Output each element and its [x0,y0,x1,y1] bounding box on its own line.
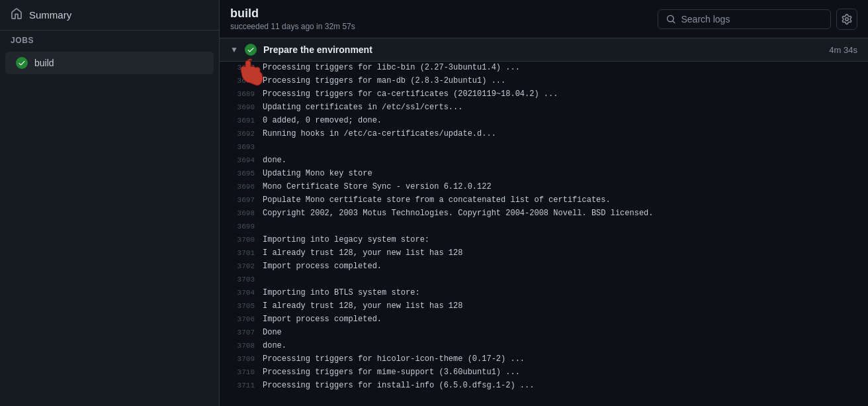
line-number: 3696 [225,181,255,193]
line-number: 3690 [225,102,255,114]
line-text: Processing triggers for man-db (2.8.3-2u… [263,75,863,87]
build-job-label: build [34,58,54,68]
log-line: 3687Processing triggers for libc-bin (2.… [220,62,868,75]
line-number: 3706 [225,314,255,326]
log-line: 3708done. [220,340,868,353]
sidebar-item-build[interactable]: build [5,52,214,74]
search-box[interactable] [658,9,831,29]
build-status-icon [16,57,28,69]
log-line: 3695Updating Mono key store [220,168,868,181]
line-number: 3695 [225,168,255,180]
log-line: 3697Populate Mono certificate store from… [220,194,868,207]
summary-label: Summary [29,9,71,21]
log-line: 3710Processing triggers for mime-support… [220,366,868,380]
line-number: 3688 [225,76,255,87]
log-line: 3704Importing into BTLS system store: [220,287,868,300]
line-text: Updating certificates in /etc/ssl/certs.… [263,101,863,114]
line-number: 3698 [225,208,255,220]
chevron-down-icon: ▼ [230,45,238,54]
home-icon [11,8,22,22]
line-text: Updating Mono key store [263,168,863,180]
page-title: build [230,7,355,21]
line-text: Import process completed. [263,313,863,326]
log-line: 3688Processing triggers for man-db (2.8.… [220,75,868,88]
line-number: 3701 [225,248,255,260]
line-text: done. [263,340,863,352]
log-line: 3699 [220,221,868,234]
line-text: Done [263,327,863,339]
log-line: 3706Import process completed. [220,313,868,327]
step-header-left: ▼ Prepare the environment [230,44,372,56]
line-text: Running hooks in /etc/ca-certificates/up… [263,128,863,140]
main-content: build succeeded 11 days ago in 32m 57s ▼ [220,0,868,406]
log-line: 3709Processing triggers for hicolor-icon… [220,353,868,366]
header-title-area: build succeeded 11 days ago in 32m 57s [230,7,355,31]
line-text: Mono Certificate Store Sync - version 6.… [263,181,863,193]
line-text: Processing triggers for hicolor-icon-the… [263,353,863,366]
search-input[interactable] [681,14,822,25]
line-number: 3689 [225,89,255,101]
header-subtitle: succeeded 11 days ago in 32m 57s [230,22,355,31]
log-line: 3703 [220,274,868,287]
sidebar: Summary Jobs build [0,0,220,406]
main-header: build succeeded 11 days ago in 32m 57s [220,0,868,38]
log-line: 3693 [220,141,868,154]
line-number: 3707 [225,327,255,339]
log-line: 3700Importing into legacy system store: [220,234,868,247]
line-text: Processing triggers for mime-support (3.… [263,366,863,379]
log-line: 3694done. [220,154,868,168]
line-text: Copyright 2002, 2003 Motus Technologies.… [263,207,863,220]
line-number: 3704 [225,287,255,299]
gear-icon [842,14,852,25]
log-line: 3698Copyright 2002, 2003 Motus Technolog… [220,207,868,221]
line-number: 3708 [225,340,255,352]
line-number: 3697 [225,195,255,207]
line-text: done. [263,154,863,167]
log-section[interactable]: ▼ Prepare the environment 4m 34s 3687Pro… [220,38,868,406]
header-controls [658,9,857,30]
step-header[interactable]: ▼ Prepare the environment 4m 34s [220,38,868,62]
line-text [263,274,863,286]
line-text: I already trust 128, your new list has 1… [263,300,863,313]
log-line: 36910 added, 0 removed; done. [220,115,868,128]
line-text: 0 added, 0 removed; done. [263,115,863,127]
line-text: Importing into legacy system store: [263,234,863,246]
line-number: 3711 [225,380,255,392]
log-line: 3711Processing triggers for install-info… [220,380,868,393]
log-line: 3689Processing triggers for ca-certifica… [220,88,868,101]
line-number: 3691 [225,115,255,127]
line-number: 3702 [225,261,255,273]
line-text: I already trust 128, your new list has 1… [263,247,863,260]
line-number: 3705 [225,301,255,313]
log-line: 3690Updating certificates in /etc/ssl/ce… [220,101,868,115]
line-number: 3710 [225,367,255,379]
log-line: 3696Mono Certificate Store Sync - versio… [220,181,868,194]
line-number: 3694 [225,155,255,167]
line-number: 3700 [225,234,255,246]
jobs-section-label: Jobs [0,30,219,50]
search-icon [666,14,675,25]
line-text: Populate Mono certificate store from a c… [263,194,863,207]
step-status-icon [245,44,257,56]
line-number: 3693 [225,142,255,154]
settings-button[interactable] [836,9,857,30]
log-line: 3707Done [220,327,868,340]
line-text: Processing triggers for libc-bin (2.27-3… [263,62,863,74]
step-title: Prepare the environment [263,44,372,55]
log-line: 3701I already trust 128, your new list h… [220,247,868,260]
line-text: Import process completed. [263,260,863,273]
line-text [263,141,863,154]
line-number: 3699 [225,221,255,233]
sidebar-summary[interactable]: Summary [0,0,219,30]
line-number: 3692 [225,128,255,140]
log-line: 3705I already trust 128, your new list h… [220,300,868,313]
line-number: 3687 [225,62,255,74]
line-text: Processing triggers for install-info (6.… [263,380,863,392]
line-number: 3709 [225,354,255,366]
line-text: Importing into BTLS system store: [263,287,863,299]
line-text [263,221,863,233]
line-text: Processing triggers for ca-certificates … [263,88,863,101]
log-line: 3692Running hooks in /etc/ca-certificate… [220,128,868,141]
step-duration: 4m 34s [829,45,857,55]
line-number: 3703 [225,274,255,286]
